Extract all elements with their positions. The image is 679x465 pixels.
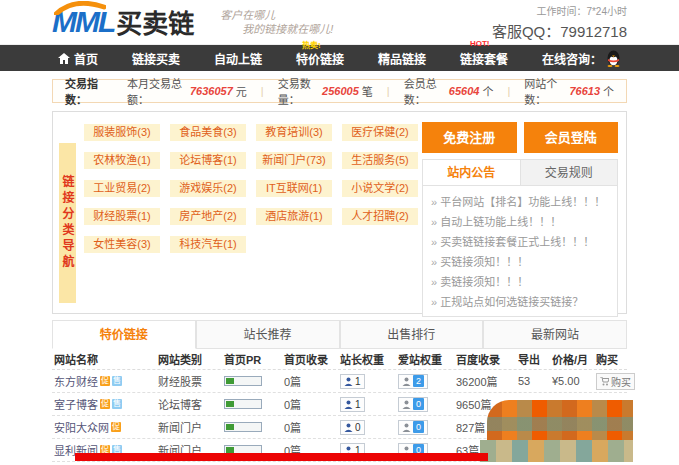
buy-button[interactable]: 购买 — [596, 373, 635, 390]
tab-newest-sites[interactable]: 最新网站 — [483, 320, 627, 349]
sale-badge: 售 — [112, 399, 122, 409]
category-novel-literature[interactable]: 小说文学(2) — [342, 180, 418, 197]
notice-box: 站内公告 交易规则 平台网站【排名】功能上线！！！ 自动上链功能上线！！！ 买卖… — [422, 159, 618, 317]
notice-item[interactable]: 买链接须知！！！ — [431, 252, 609, 272]
site-logo[interactable]: MML 买卖链 — [52, 7, 194, 37]
stat-site-count: 网站个数：76613个 — [524, 75, 614, 107]
nav-label: 首页 — [74, 50, 98, 67]
nav-item-link-trade[interactable]: 链接买卖 — [132, 50, 180, 67]
promo-badge: 促 — [100, 376, 110, 386]
sale-badge: 售 — [112, 376, 122, 386]
chinaz-weight-badge: 1 — [340, 397, 365, 412]
promo-badge: 促 — [111, 422, 121, 432]
col-category: 网站类别 — [156, 351, 222, 367]
person-icon — [344, 400, 353, 409]
person-icon — [402, 423, 411, 432]
tab-trade-rules[interactable]: 交易规则 — [521, 160, 618, 185]
trade-stats-bar: 交易指数： 本月交易总额：7636057元 | 交易数量：256005笔 | 会… — [52, 79, 627, 103]
category-clothing[interactable]: 服装服饰(3) — [84, 124, 160, 141]
col-price: 价格/月 — [550, 351, 594, 367]
category-tech-auto[interactable]: 科技汽车(1) — [170, 236, 246, 253]
category-game-entertainment[interactable]: 游戏娱乐(2) — [170, 180, 246, 197]
site-name-link[interactable]: 室子博客 — [54, 396, 98, 412]
notice-item[interactable]: 买卖链链接套餐正式上线！！！ — [431, 232, 609, 252]
category-forum-blog[interactable]: 论坛博客(1) — [170, 152, 246, 169]
nav-item-online-consult[interactable]: 在线咨询： — [542, 50, 621, 67]
aizhan-weight-badge: 0 — [398, 397, 428, 412]
nav-label: 特价链接 — [296, 50, 344, 67]
divider: | — [261, 85, 264, 97]
main-panel: 链接分类导航 服装服饰(3) 食品美食(3) 教育培训(3) 医疗保健(2) 农… — [52, 111, 627, 314]
home-index-count: 0篇 — [282, 396, 338, 412]
person-icon — [402, 400, 411, 409]
logo-swoosh-icon — [54, 1, 106, 15]
site-category: 财经股票 — [156, 373, 222, 389]
nav-label: 精品链接 — [378, 50, 426, 67]
category-agriculture[interactable]: 农林牧渔(1) — [84, 152, 160, 169]
nav-label: 在线咨询： — [542, 50, 602, 67]
stat-member-count: 会员总数：65604个 — [404, 75, 494, 107]
pr-meter — [224, 399, 262, 409]
category-beauty[interactable]: 女性美容(3) — [84, 236, 160, 253]
nav-item-home[interactable]: 首页 — [58, 50, 98, 67]
category-hotel-travel[interactable]: 酒店旅游(1) — [256, 208, 332, 225]
aizhan-weight-badge: 2 — [398, 374, 428, 389]
nav-label: 链接买卖 — [132, 50, 180, 67]
notice-item[interactable]: 正规站点如何选链接买链接？ — [431, 292, 609, 312]
category-life-service[interactable]: 生活服务(5) — [342, 152, 418, 169]
category-medical[interactable]: 医疗保健(2) — [342, 124, 418, 141]
category-industry-trade[interactable]: 工业贸易(2) — [84, 180, 160, 197]
category-finance-stock[interactable]: 财经股票(1) — [84, 208, 160, 225]
col-site-name: 网站名称 — [52, 351, 156, 367]
category-it-internet[interactable]: IT互联网(1) — [256, 180, 332, 197]
cart-icon — [600, 377, 609, 386]
col-buy: 购买 — [594, 351, 627, 367]
nav-item-link-packages[interactable]: HOT! 链接套餐 — [460, 50, 508, 67]
tab-site-notice[interactable]: 站内公告 — [423, 160, 521, 185]
home-index-count: 0篇 — [282, 373, 338, 389]
header: MML 买卖链 客户在哪儿 我的链接就在哪儿! 工作时间：7*24小时 客服QQ… — [0, 0, 679, 45]
divider: | — [507, 85, 510, 97]
stat-trade-count: 交易数量：256005笔 — [278, 75, 373, 107]
service-qq: 客服QQ：79912718 — [492, 20, 627, 41]
nav-item-premium-links[interactable]: 精品链接 — [378, 50, 426, 67]
nav-item-auto-link[interactable]: 自动上链 — [214, 50, 262, 67]
notice-item[interactable]: 平台网站【排名】功能上线！！！ — [431, 192, 609, 212]
red-highlight-bar — [75, 453, 488, 461]
col-home-pr: 首页PR — [222, 351, 282, 367]
tagline-line1: 客户在哪儿 — [220, 8, 333, 22]
chinaz-weight-badge: 1 — [340, 374, 365, 389]
table-header: 网站名称 网站类别 首页PR 首页收录 站长权重 爱站权重 百度收录 导出 价格… — [52, 349, 627, 370]
col-cz-weight: 站长权重 — [338, 351, 396, 367]
category-food[interactable]: 食品美食(3) — [170, 124, 246, 141]
notice-item[interactable]: 卖链接须知！！！ — [431, 272, 609, 292]
tab-special-links[interactable]: 特价链接 — [52, 320, 196, 349]
register-button[interactable]: 免费注册 — [422, 122, 517, 153]
person-icon — [344, 377, 353, 386]
pr-meter — [224, 376, 262, 386]
category-news-portal[interactable]: 新闻门户(73) — [256, 152, 332, 169]
login-button[interactable]: 会员登陆 — [524, 122, 619, 153]
site-name-link[interactable]: 安阳大众网 — [54, 419, 109, 435]
category-real-estate[interactable]: 房产地产(2) — [170, 208, 246, 225]
price-per-month: ¥5.00 — [550, 375, 594, 387]
qq-penguin-icon — [606, 50, 621, 67]
category-recruitment[interactable]: 人才招聘(2) — [342, 208, 418, 225]
notice-item[interactable]: 自动上链功能上线！！！ — [431, 212, 609, 232]
chinaz-weight-badge: 0 — [340, 420, 365, 435]
tab-sales-ranking[interactable]: 出售排行 — [340, 320, 484, 349]
tab-webmaster-recommend[interactable]: 站长推荐 — [196, 320, 340, 349]
nav-label: 自动上链 — [214, 50, 262, 67]
category-education[interactable]: 教育培训(3) — [256, 124, 332, 141]
account-notice-panel: 免费注册 会员登陆 站内公告 交易规则 平台网站【排名】功能上线！！！ 自动上链… — [422, 122, 618, 305]
person-icon — [344, 423, 353, 432]
col-az-weight: 爱站权重 — [396, 351, 454, 367]
table-row: 东方财经 促 售 财经股票 0篇 1 2 36200篇 53 ¥5.00 购买 — [52, 370, 627, 393]
stat-monthly-total: 本月交易总额：7636057元 — [127, 75, 247, 107]
nav-item-special-links[interactable]: 热卖! 特价链接 — [296, 50, 344, 67]
work-time: 工作时间：7*24小时 — [492, 3, 627, 18]
notice-list: 平台网站【排名】功能上线！！！ 自动上链功能上线！！！ 买卖链链接套餐正式上线！… — [423, 186, 617, 316]
aizhan-weight-badge: 0 — [398, 420, 428, 435]
promo-badge: 促 — [100, 399, 110, 409]
site-name-link[interactable]: 东方财经 — [54, 373, 98, 389]
